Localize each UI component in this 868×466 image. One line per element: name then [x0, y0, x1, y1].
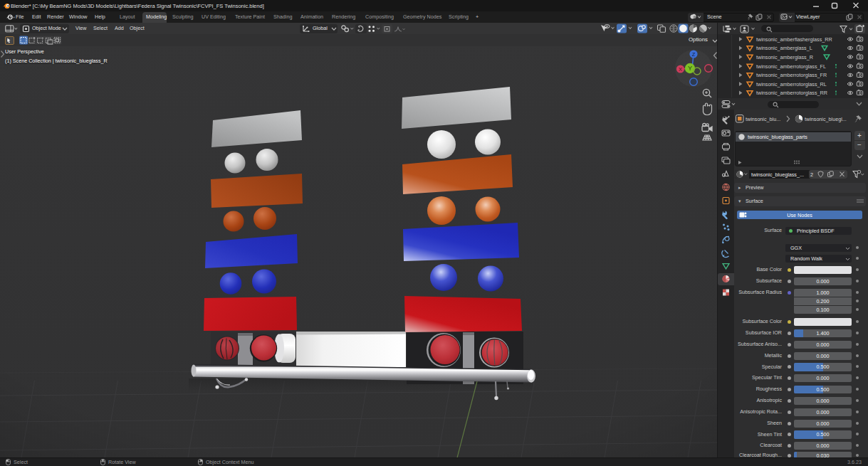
svg-text:Y: Y [688, 65, 692, 72]
svg-text:X: X [679, 66, 682, 73]
svg-text:twinsonic_amberglass_R: twinsonic_amberglass_R [756, 54, 813, 60]
svg-text:twinsonic_amberrotorglass_RL: twinsonic_amberrotorglass_RL [756, 81, 827, 88]
svg-text:twinsonic_amberglass_L: twinsonic_amberglass_L [756, 45, 812, 51]
svg-text:twinsonic_amberflasherglass_RR: twinsonic_amberflasherglass_RR [756, 36, 832, 43]
svg-text:twinsonic_amberrotorglass_FL: twinsonic_amberrotorglass_FL [756, 63, 826, 70]
svg-text:twinsonic_amberrotorglass_RR: twinsonic_amberrotorglass_RR [756, 90, 827, 96]
svg-text:Z: Z [692, 51, 696, 58]
svg-text:twinsonic_amberrotorglass_FR: twinsonic_amberrotorglass_FR [756, 72, 827, 78]
